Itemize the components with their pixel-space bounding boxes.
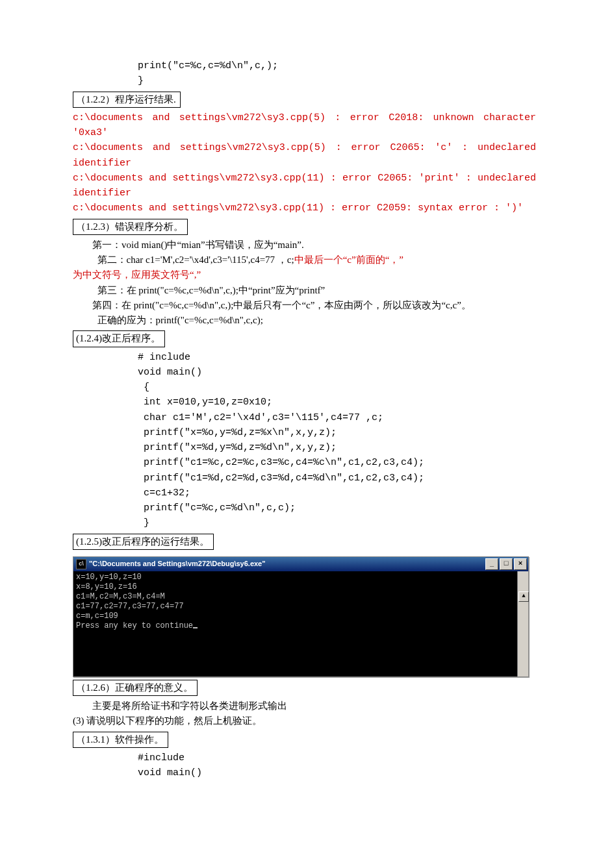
console-window: c\ "C:\Documents and Settings\vm272\Debu… [73, 556, 529, 677]
code-line: c=c1+32; [73, 486, 536, 501]
code-line: printf("x=%d,y=%d,z=%d\n",x,y,z); [73, 440, 536, 455]
text-span: 第二：char c1='M',c2='\x4d',c3='\115',c4=77… [73, 254, 294, 265]
code-line: printf("c=%c,c=%d\n",c,c); [73, 501, 536, 515]
code-line: print("c=%c,c=%d\n",c,); [138, 60, 278, 71]
analysis-point-4: 第四：在 print("c=%c,c=%d\n",c,);中最后只有一个“c”，… [73, 298, 536, 313]
minimize-button[interactable]: _ [485, 558, 498, 570]
code-line: char c1='M',c2='\x4d',c3='\115',c4=77 ,c… [73, 410, 536, 425]
analysis-point-1: 第一：void mian()中“mian”书写错误，应为“main”. [73, 238, 536, 253]
console-line: c1=77,c2=77,c3=77,c4=77 [76, 602, 184, 611]
code-line: void main() [73, 765, 536, 780]
section-heading-1-2-4: (1.2.4)改正后程序。 [73, 330, 165, 347]
console-line: c=m,c=109 [76, 612, 118, 621]
compiler-error: c:\documents and settings\vm272\sy3.cpp(… [73, 140, 536, 171]
meaning-text: 主要是将所给证书和字符以各类进制形式输出 [73, 699, 536, 713]
task-3: (3) 请说明以下程序的功能，然后上机验证。 [73, 713, 536, 728]
analysis-point-3: 第三：在 print("c=%c,c=%d\n",c,);中“print”应为“… [73, 283, 536, 298]
console-line: x=8,y=10,z=16 [76, 582, 137, 591]
cmd-icon: c\ [76, 559, 86, 569]
compiler-error: c:\documents and settings\vm272\sy3.cpp(… [73, 110, 536, 141]
code-line: int x=010,y=10,z=0x10; [73, 395, 536, 410]
console-output: x=10,y=10,z=10 x=8,y=10,z=16 c1=M,c2=M,c… [73, 571, 528, 676]
section-heading-1-2-3: （1.2.3）错误程序分析。 [73, 219, 188, 235]
analysis-point-5: 正确的应为：printf("c=%c,c=%d\n",c,c); [73, 313, 536, 328]
maximize-button[interactable]: □ [500, 558, 513, 570]
window-title-bar: c\ "C:\Documents and Settings\vm272\Debu… [73, 557, 528, 571]
document-page: print("c=%c,c=%d\n",c,); } （1.2.2）程序运行结果… [0, 0, 614, 868]
console-line: x=10,y=10,z=10 [76, 573, 142, 582]
code-line: # include [73, 350, 536, 365]
text-red: 中最后一个“c”前面的“，” [294, 254, 403, 265]
code-line: printf("c1=%c,c2=%c,c3=%c,c4=%c\n",c1,c2… [73, 455, 536, 470]
section-heading-1-2-5: (1.2.5)改正后程序的运行结果。 [73, 534, 214, 550]
console-line: Press any key to continue [76, 621, 193, 630]
code-line: { [73, 380, 536, 395]
scroll-up-button[interactable]: ▲ [518, 591, 529, 602]
section-heading-1-3-1: （1.3.1）软件操作。 [73, 732, 168, 748]
close-button[interactable]: × [514, 558, 527, 570]
code-line: } [138, 75, 144, 86]
compiler-error: c:\documents and settings\vm272\sy3.cpp(… [73, 171, 536, 201]
analysis-point-2: 第二：char c1='M',c2='\x4d',c3='\115',c4=77… [73, 253, 536, 267]
code-line: } [73, 515, 536, 530]
compiler-error: c:\documents and settings\vm272\sy3.cpp(… [73, 201, 536, 216]
code-fragment: print("c=%c,c=%d\n",c,); [73, 58, 536, 73]
scrollbar[interactable]: ▲ [517, 571, 528, 676]
section-heading-1-2-6: （1.2.6）正确程序的意义。 [73, 680, 198, 696]
section-heading-1-2-2: （1.2.2）程序运行结果. [73, 92, 181, 108]
code-line: #include [73, 750, 536, 765]
window-title: "C:\Documents and Settings\vm272\Debug\s… [89, 558, 484, 569]
code-line: void main() [73, 365, 536, 380]
code-line: printf("c1=%d,c2=%d,c3=%d,c4=%d\n",c1,c2… [73, 471, 536, 486]
console-line: c1=M,c2=M,c3=M,c4=M [76, 592, 165, 601]
code-line: printf("x=%o,y=%d,z=%x\n",x,y,z); [73, 425, 536, 440]
cursor-icon [193, 627, 198, 628]
analysis-point-2b: 为中文符号，应用英文符号“,” [73, 267, 536, 282]
code-fragment: } [73, 73, 536, 88]
